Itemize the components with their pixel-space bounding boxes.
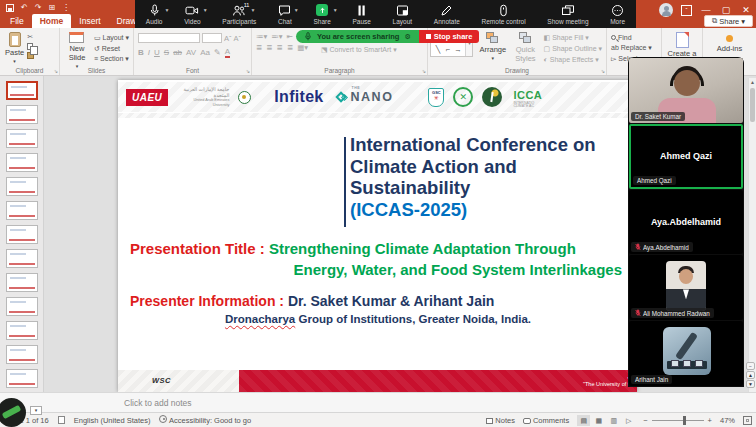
proofing-icon[interactable]: [58, 416, 65, 424]
shape-fill-button[interactable]: ◧ Shape Fill ▾: [544, 34, 602, 42]
slide-thumbnail[interactable]: [6, 369, 38, 388]
scroll-up-arrow[interactable]: ▲: [749, 78, 756, 86]
redo-icon[interactable]: ↷: [35, 3, 42, 12]
text-shadow-button[interactable]: ab: [173, 48, 182, 57]
fit-to-window-icon[interactable]: [743, 416, 752, 425]
conference-title[interactable]: International Conference on Climate Acti…: [350, 134, 636, 221]
ribbon-display-options-icon[interactable]: ˆ: [681, 5, 692, 16]
chat-button[interactable]: ▼ Chat: [278, 4, 292, 25]
underline-button[interactable]: U: [154, 48, 160, 57]
notes-toggle-button[interactable]: Notes: [486, 416, 515, 425]
participants-button[interactable]: 11▼ Participants: [222, 4, 256, 25]
bubble-expand-button[interactable]: ▾: [30, 406, 42, 415]
save-icon[interactable]: [6, 4, 14, 12]
paste-button[interactable]: Paste ▾: [2, 31, 27, 65]
pause-share-button[interactable]: Pause: [352, 4, 370, 25]
participant-tile-aya[interactable]: Aya.Abdelhamid Aya.Abdelhamid: [629, 190, 743, 255]
reset-button[interactable]: ↺ Reset: [94, 45, 129, 53]
participant-tile-arihant[interactable]: Arihant Jain: [629, 321, 743, 386]
participant-tile-ahmed[interactable]: Ahmed Qazi Ahmed Qazi: [629, 124, 743, 189]
section-button[interactable]: ≡ Section ▾: [94, 55, 129, 63]
tab-home[interactable]: Home: [32, 14, 72, 28]
shape-icon[interactable]: →: [453, 44, 463, 55]
numbering-icon[interactable]: ≕▾: [271, 32, 282, 41]
participant-tile-saket[interactable]: Dr. Saket Kumar: [629, 58, 743, 123]
video-button[interactable]: ▼ Video: [184, 4, 201, 25]
close-button[interactable]: ✕: [740, 5, 752, 16]
shape-icon[interactable]: ⌐: [443, 44, 453, 55]
ppt-share-button[interactable]: ⧉ Share ▾: [704, 15, 753, 27]
start-slideshow-icon[interactable]: ⊞: [48, 3, 55, 12]
tab-insert[interactable]: Insert: [71, 14, 108, 28]
drawing-dialog-launcher[interactable]: ⇘: [601, 68, 605, 74]
zoom-out-button[interactable]: −: [643, 416, 647, 425]
tab-file[interactable]: File: [2, 14, 32, 28]
replace-button[interactable]: ab Replace ▾: [611, 44, 657, 52]
scrollbar-thumb[interactable]: [750, 88, 755, 122]
more-button[interactable]: More: [610, 4, 625, 25]
participant-tile-ali[interactable]: Ali Mohammed Radwan: [629, 255, 743, 320]
notes-pane[interactable]: Click to add notes: [0, 392, 756, 412]
slide-thumbnail[interactable]: [6, 201, 38, 220]
remote-control-button[interactable]: Remote control: [482, 4, 526, 25]
slide-thumbnail[interactable]: [6, 129, 38, 148]
quick-styles-button[interactable]: Quick Styles: [512, 31, 538, 64]
addins-button[interactable]: Add-ins: [705, 31, 754, 54]
convert-smartart-button[interactable]: ⬔ Convert to SmartArt ▾: [321, 46, 397, 54]
minimize-button[interactable]: —: [700, 5, 712, 16]
maximize-button[interactable]: ▢: [720, 5, 732, 16]
slide-thumbnail[interactable]: [6, 321, 38, 340]
zoom-in-button[interactable]: +: [708, 416, 712, 425]
zoom-slider-thumb[interactable]: [683, 416, 686, 425]
account-avatar[interactable]: [659, 3, 673, 17]
share-screen-button[interactable]: ▼ Share: [313, 4, 330, 25]
annotate-button[interactable]: Annotate: [434, 4, 460, 25]
show-meeting-button[interactable]: Show meeting: [547, 4, 588, 25]
vertical-scrollbar[interactable]: ▲: [748, 78, 756, 392]
accessibility-status[interactable]: Accessibility: Good to go: [169, 416, 251, 425]
stop-share-button[interactable]: Stop share: [419, 30, 480, 43]
align-right-icon[interactable]: ≣: [277, 43, 283, 52]
panel-scroll-down-button[interactable]: ▼: [746, 380, 755, 388]
shape-effects-button[interactable]: ◐ Shape Effects ▾: [544, 56, 602, 64]
slide-thumbnail[interactable]: [6, 225, 38, 244]
slide-canvas[interactable]: UAEU جامعة الإمارات العربية المتحدة Unit…: [118, 80, 637, 392]
bullets-icon[interactable]: ≔▾: [256, 32, 267, 41]
normal-view-button[interactable]: ▤: [577, 415, 590, 426]
cut-icon[interactable]: ✂: [27, 33, 34, 41]
slide-thumbnail[interactable]: [6, 345, 38, 364]
font-size-combobox[interactable]: [202, 33, 222, 43]
presentation-title-block[interactable]: Presentation Title : Strengthening Clima…: [130, 238, 626, 280]
customize-qat-icon[interactable]: ⋮: [62, 3, 70, 12]
copy-icon[interactable]: [27, 43, 33, 50]
slide-thumbnail[interactable]: [6, 153, 38, 172]
slide-thumbnail[interactable]: [6, 105, 38, 124]
undo-icon[interactable]: ↶: [21, 3, 28, 12]
slide-sorter-view-button[interactable]: ▦: [592, 415, 605, 426]
shape-icon[interactable]: ↓: [433, 55, 443, 57]
font-dialog-launcher[interactable]: ⇘: [246, 68, 250, 74]
clipboard-dialog-launcher[interactable]: ⇘: [54, 68, 58, 74]
gear-icon[interactable]: ⚙: [404, 33, 410, 41]
slide-thumbnail[interactable]: [6, 177, 38, 196]
justify-icon[interactable]: ≣: [287, 43, 293, 52]
shape-icon[interactable]: ▱: [443, 55, 453, 57]
shape-outline-button[interactable]: ▢ Shape Outline ▾: [544, 45, 602, 53]
shape-icon[interactable]: ~: [453, 55, 463, 57]
columns-icon[interactable]: ▦▾: [297, 43, 308, 52]
slide-thumbnail[interactable]: [6, 273, 38, 292]
comments-toggle-button[interactable]: Comments: [523, 416, 569, 425]
slideshow-view-button[interactable]: ▷: [622, 415, 635, 426]
slide-thumbnail[interactable]: [6, 81, 38, 100]
language-status[interactable]: English (United States): [74, 416, 151, 425]
notes-placeholder[interactable]: Click to add notes: [124, 398, 192, 408]
panel-scroll-up-button[interactable]: ▲: [746, 371, 755, 379]
find-button[interactable]: Find: [611, 34, 657, 41]
align-center-icon[interactable]: ≣: [266, 43, 272, 52]
paragraph-dialog-launcher[interactable]: ⇘: [422, 68, 426, 74]
shrink-font-icon[interactable]: Aˇ: [234, 34, 242, 43]
layout-button-zoom[interactable]: Layout: [393, 4, 413, 25]
font-name-combobox[interactable]: [138, 33, 200, 43]
new-slide-button[interactable]: New Slide ▾: [62, 31, 92, 70]
slide-thumbnail[interactable]: [6, 297, 38, 316]
